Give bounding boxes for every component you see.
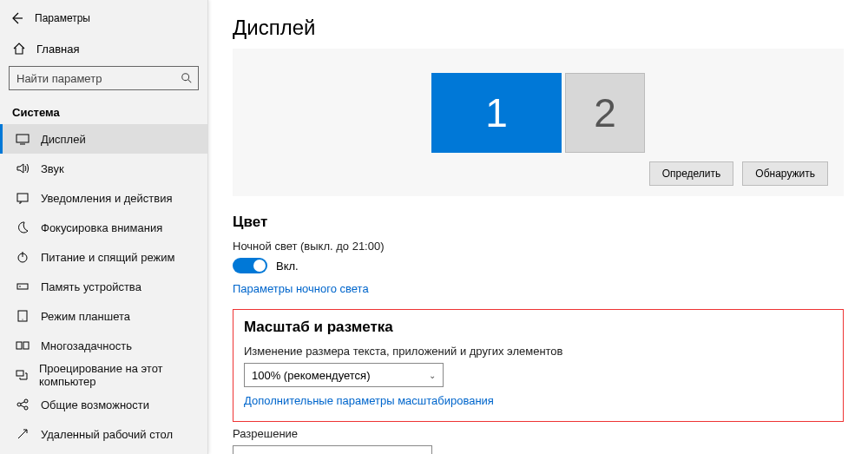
advanced-scaling-link[interactable]: Дополнительные параметры масштабирования <box>244 394 494 407</box>
sidebar-item-remote[interactable]: Удаленный рабочий стол <box>0 419 207 449</box>
search-field[interactable] <box>9 66 199 90</box>
svg-point-12 <box>24 399 28 403</box>
identify-button[interactable]: Определить <box>649 161 734 186</box>
svg-point-13 <box>24 406 28 410</box>
sidebar-item-label: Проецирование на этот компьютер <box>39 362 197 388</box>
color-heading: Цвет <box>233 214 844 231</box>
svg-rect-9 <box>23 342 29 349</box>
shared-icon <box>15 398 30 411</box>
scale-label: Изменение размера текста, приложений и д… <box>244 345 832 358</box>
svg-rect-4 <box>17 284 28 289</box>
back-arrow-icon <box>10 11 23 25</box>
svg-rect-1 <box>16 135 29 142</box>
search-input[interactable] <box>16 72 181 85</box>
svg-rect-10 <box>16 371 23 376</box>
sidebar-item-about[interactable]: О системе <box>0 449 207 454</box>
scale-select-value: 100% (рекомендуется) <box>252 369 370 382</box>
sidebar-items: Дисплей Звук Уведомления и действия Фоку… <box>0 124 207 454</box>
resolution-select[interactable]: 1920 × 1080 (рекомендуется) ⌄ <box>233 445 432 454</box>
sidebar-item-label: Фокусировка внимания <box>41 221 162 234</box>
home-label: Главная <box>36 43 79 56</box>
sidebar-item-label: Общие возможности <box>41 398 149 411</box>
svg-point-11 <box>17 403 21 406</box>
scale-heading: Масштаб и разметка <box>244 319 832 336</box>
sidebar: Параметры Главная Система Дисплей Звук У… <box>0 0 208 454</box>
sidebar-item-focus[interactable]: Фокусировка внимания <box>0 213 207 242</box>
search-icon <box>181 72 193 84</box>
night-light-toggle-row: Вкл. <box>233 258 844 273</box>
notifications-icon <box>15 191 30 205</box>
search-container <box>9 66 199 90</box>
scale-highlight-box: Масштаб и разметка Изменение размера тек… <box>233 309 844 422</box>
sidebar-item-label: Режим планшета <box>41 310 130 323</box>
multitask-icon <box>15 339 30 352</box>
sidebar-section-label: Система <box>0 101 207 124</box>
svg-point-5 <box>19 286 21 287</box>
svg-rect-2 <box>17 194 28 201</box>
sidebar-item-shared[interactable]: Общие возможности <box>0 390 207 419</box>
display-arrangement-area: 1 2 Определить Обнаружить <box>233 49 844 196</box>
scale-select[interactable]: 100% (рекомендуется) ⌄ <box>244 363 444 387</box>
svg-point-0 <box>182 74 189 81</box>
sound-icon <box>15 161 30 175</box>
resolution-select-value: 1920 × 1080 (рекомендуется) <box>240 451 393 455</box>
sidebar-item-label: Многозадачность <box>41 339 132 352</box>
monitor-2[interactable]: 2 <box>565 73 645 153</box>
night-light-label: Ночной свет (выкл. до 21:00) <box>233 240 844 253</box>
sidebar-item-label: Память устройства <box>41 280 141 293</box>
main-content: Дисплей 1 2 Определить Обнаружить Цвет Н… <box>208 0 868 454</box>
toggle-state-label: Вкл. <box>276 260 299 273</box>
sidebar-home[interactable]: Главная <box>0 35 207 63</box>
sidebar-item-label: Звук <box>41 162 64 175</box>
svg-point-7 <box>22 319 23 319</box>
sidebar-item-multitask[interactable]: Многозадачность <box>0 331 207 360</box>
power-icon <box>15 250 30 264</box>
page-title: Дисплей <box>233 16 844 40</box>
sidebar-item-label: Удаленный рабочий стол <box>41 428 173 441</box>
sidebar-item-storage[interactable]: Память устройства <box>0 272 207 301</box>
display-buttons: Определить Обнаружить <box>248 161 828 186</box>
sidebar-item-sound[interactable]: Звук <box>0 154 207 183</box>
detect-button[interactable]: Обнаружить <box>742 161 828 186</box>
tablet-icon <box>15 309 30 323</box>
sidebar-item-display[interactable]: Дисплей <box>0 124 207 154</box>
sidebar-item-label: Дисплей <box>41 133 86 146</box>
monitor-layout[interactable]: 1 2 <box>248 64 828 161</box>
sidebar-item-projecting[interactable]: Проецирование на этот компьютер <box>0 360 207 390</box>
sidebar-item-notifications[interactable]: Уведомления и действия <box>0 183 207 213</box>
svg-rect-8 <box>16 342 22 349</box>
moon-icon <box>15 220 30 234</box>
sidebar-item-label: Уведомления и действия <box>41 192 173 205</box>
sidebar-header: Параметры <box>0 0 207 35</box>
night-light-toggle[interactable] <box>233 258 267 273</box>
app-title: Параметры <box>35 12 90 24</box>
night-light-settings-link[interactable]: Параметры ночного света <box>233 282 369 295</box>
monitor-1[interactable]: 1 <box>431 73 562 153</box>
storage-icon <box>15 280 30 293</box>
sidebar-item-tablet[interactable]: Режим планшета <box>0 301 207 331</box>
sidebar-item-power[interactable]: Питание и спящий режим <box>0 242 207 272</box>
back-button[interactable] <box>5 7 28 30</box>
projecting-icon <box>15 368 29 382</box>
chevron-down-icon: ⌄ <box>429 371 436 380</box>
display-icon <box>15 132 30 146</box>
remote-icon <box>15 427 30 441</box>
home-icon <box>12 42 26 56</box>
resolution-label: Разрешение <box>233 427 844 440</box>
sidebar-item-label: Питание и спящий режим <box>41 251 174 264</box>
